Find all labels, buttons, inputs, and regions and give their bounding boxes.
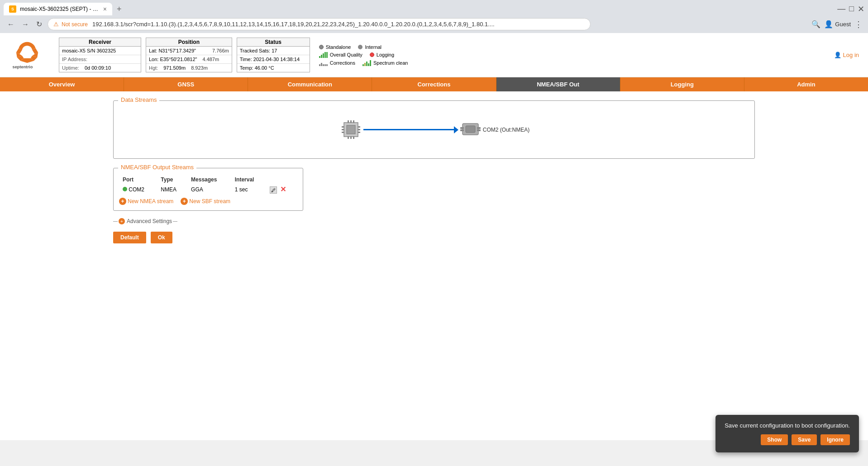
corrections-indicator: Corrections (319, 60, 355, 66)
stream-actions: 🖉 ✕ (266, 184, 297, 195)
svg-rect-14 (358, 132, 360, 133)
advanced-settings-bar: + Advanced Settings (113, 218, 755, 224)
browser-menu-button[interactable]: ⋮ (854, 19, 863, 29)
stream-arrow (454, 126, 458, 133)
lat-alt: 7.766m (210, 47, 232, 55)
hgt-label: Hgt: (146, 64, 161, 72)
toast-notification: Save current configuration to boot confi… (715, 415, 859, 452)
address-bar[interactable]: ⚠ Not secure 192.168.3.1/scr?cmd=1.1.10.… (48, 18, 591, 30)
tracked-sats: Tracked Sats: 17 (237, 47, 310, 55)
toast-save-button[interactable]: Save (792, 434, 817, 445)
tab-gnss[interactable]: GNSS (124, 77, 248, 91)
tab-corrections[interactable]: Corrections (372, 77, 496, 91)
temp-row: Temp: 46.00 °C (237, 64, 310, 72)
toast-buttons: Show Save Ignore (725, 434, 850, 445)
search-icon[interactable]: 🔍 (811, 20, 820, 29)
maximize-icon[interactable]: □ (849, 4, 854, 14)
corrections-bars-icon (319, 60, 328, 66)
receiver-section-header: Receiver (59, 38, 141, 47)
connector-svg (460, 119, 481, 139)
window-controls: — □ ✕ (837, 4, 864, 14)
toast-show-button[interactable]: Show (761, 434, 788, 445)
standalone-label: Standalone (326, 44, 351, 50)
new-tab-button[interactable]: + (114, 4, 124, 15)
uptime-value: 0d 00:09:10 (82, 64, 114, 72)
svg-rect-16 (460, 127, 464, 129)
lat-value: Lat: N31°57'17.3429" (146, 47, 210, 55)
svg-rect-3 (348, 120, 349, 123)
col-actions (266, 176, 297, 184)
minimize-icon[interactable]: — (837, 4, 845, 14)
toast-ignore-button[interactable]: Ignore (820, 434, 850, 445)
browser-titlebar: S mosaic-X5-3602325 (SEPT) - Septer × + … (0, 0, 868, 15)
back-button[interactable]: ← (5, 19, 16, 29)
close-icon[interactable]: ✕ (858, 4, 864, 14)
favicon-icon: S (9, 5, 16, 13)
time-value: Time: 2021-04-30 14:38:14 (237, 55, 302, 63)
hgt-value: 971.509m (161, 64, 188, 72)
svg-rect-18 (477, 127, 481, 129)
tab-overview[interactable]: Overview (0, 77, 124, 91)
security-warning-icon: ⚠ (53, 21, 59, 28)
login-area[interactable]: 👤 Log in (834, 52, 859, 58)
svg-rect-13 (358, 129, 360, 130)
tab-nmea-sbf-out[interactable]: NMEA/SBF Out (496, 77, 620, 91)
security-label: Not secure (62, 21, 88, 28)
internal-indicator: Internal (358, 44, 382, 50)
uptime-label: Uptime: (59, 64, 82, 72)
tab-admin[interactable]: Admin (744, 77, 868, 91)
data-streams-title: Data Streams (118, 96, 159, 103)
add-nmea-link[interactable]: +New NMEA stream (119, 198, 173, 205)
position-section-header: Position (146, 38, 232, 47)
advanced-line-left (113, 221, 118, 222)
add-stream-row: +New NMEA stream +New SBF stream (119, 198, 297, 205)
temp-value: Temp: 46.00 °C (237, 64, 277, 72)
col-port: Port (119, 176, 157, 184)
url-text: 192.168.3.1/scr?cmd=1.1.10.(3).(1,2,3,4,… (92, 21, 495, 28)
time-row: Time: 2021-04-30 14:38:14 (237, 55, 310, 64)
add-sbf-link[interactable]: +New SBF stream (181, 198, 230, 205)
ok-button[interactable]: Ok (151, 232, 172, 243)
delete-button[interactable]: ✕ (280, 185, 286, 194)
stream-line (363, 129, 454, 130)
page-body: septentrio Receiver mosaic-X5 S/N 360232… (0, 33, 868, 440)
table-row: COM2 NMEA GGA 1 sec 🖉 ✕ (119, 184, 297, 195)
reload-button[interactable]: ↻ (34, 19, 44, 29)
com-label: COM2 (Out:NMEA) (483, 127, 529, 133)
toast-message: Save current configuration to boot confi… (725, 422, 850, 429)
receiver-model: mosaic-X5 S/N 3602325 (59, 47, 141, 55)
svg-text:septentrio: septentrio (13, 65, 33, 69)
logo-area: septentrio (9, 40, 45, 71)
svg-rect-8 (353, 136, 354, 139)
main-content: Data Streams (0, 91, 868, 252)
tab-logging[interactable]: Logging (620, 77, 744, 91)
advanced-settings-label: Advanced Settings (126, 218, 173, 224)
svg-rect-17 (460, 129, 464, 131)
svg-rect-7 (350, 136, 352, 139)
browser-tab[interactable]: S mosaic-X5-3602325 (SEPT) - Septer × (4, 3, 112, 15)
default-button[interactable]: Default (113, 232, 146, 243)
streams-table: Port Type Messages Interval COM2 NMEA (119, 176, 297, 195)
user-icon: 👤 (824, 20, 833, 29)
stream-port: COM2 (119, 184, 157, 195)
internal-label: Internal (365, 44, 382, 50)
tab-communication[interactable]: Communication (248, 77, 372, 91)
advanced-expand-button[interactable]: + (119, 218, 125, 224)
tracked-sats-row: Tracked Sats: 17 (237, 47, 310, 55)
connector-icon-wrapper (460, 119, 481, 141)
forward-button[interactable]: → (20, 19, 31, 29)
tab-close-button[interactable]: × (103, 5, 107, 13)
add-sbf-icon: + (181, 198, 188, 205)
standalone-indicator: Standalone (319, 44, 351, 50)
col-interval: Interval (231, 176, 266, 184)
septentrio-logo: septentrio (9, 40, 45, 69)
edit-button[interactable]: 🖉 (270, 186, 277, 194)
chip-icon (339, 117, 363, 142)
data-streams-section: Data Streams (113, 100, 755, 159)
quality-bars-icon (319, 52, 328, 58)
spectrum-label: Spectrum clean (373, 60, 408, 66)
tab-title: mosaic-X5-3602325 (SEPT) - Septer (20, 6, 100, 12)
svg-rect-11 (342, 132, 344, 133)
spectrum-indicator: Spectrum clean (362, 60, 408, 66)
user-label: Guest (835, 21, 851, 28)
